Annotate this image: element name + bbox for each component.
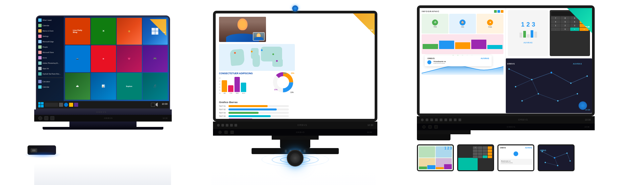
sidebar-label-8: Acme — [43, 57, 47, 59]
tile-pink: 💗 — [117, 45, 142, 72]
sidebar-icon-4 — [38, 35, 42, 38]
t2-btn-op3[interactable] — [488, 152, 492, 155]
chin-icon-86-6 — [444, 119, 447, 121]
taskbar-explorer[interactable] — [69, 103, 73, 107]
chin-icon-86-9 — [459, 119, 461, 121]
tile-live-daily: Live DailyBlog — [65, 18, 90, 45]
svg-line-29 — [545, 162, 558, 165]
chin-icon-86-4 — [435, 119, 438, 121]
t2-btn-op1[interactable] — [488, 146, 492, 149]
tablet-2-calc: 7 — [473, 146, 492, 158]
t2-btn-9[interactable] — [483, 146, 487, 149]
info-cell-icon-3: ★ — [487, 19, 493, 26]
map-dot-2 — [251, 51, 253, 52]
taskbar-view[interactable] — [59, 103, 63, 107]
tablet-bars — [419, 163, 452, 169]
chin-time-75: 10:30 — [367, 124, 373, 126]
calc-btn-8[interactable]: 8 — [560, 16, 570, 20]
nav-home[interactable] — [44, 116, 48, 120]
nav-back-75[interactable] — [218, 131, 222, 134]
t2-btn-op4[interactable] — [488, 155, 492, 158]
info-cell-wide — [422, 34, 503, 54]
sidebar-label-13: Calendar — [43, 86, 49, 88]
badge-75: 75" — [353, 13, 375, 35]
nav-back[interactable] — [38, 116, 42, 120]
android-bar-75: ORBVS 10:30 — [213, 129, 377, 136]
svg-line-25 — [542, 151, 555, 158]
nav-buttons-75 — [218, 131, 234, 134]
bar-fill-1 — [228, 105, 268, 107]
sidebar-icon-7 — [38, 51, 42, 54]
laptop-base-plate — [69, 122, 137, 127]
t2-btn-2[interactable] — [478, 152, 483, 155]
svg-line-26 — [555, 153, 567, 158]
android-bar: ORBVS 10:30 — [34, 115, 172, 122]
taskbar-search[interactable] — [45, 103, 58, 107]
t2-btn-7[interactable]: 7 — [473, 146, 478, 149]
t2-btn-op2[interactable] — [488, 149, 492, 152]
info-cell-label-2: Info — [461, 26, 464, 28]
start-button[interactable] — [38, 102, 44, 107]
t2-btn-eq[interactable] — [483, 155, 487, 158]
svg-point-15 — [508, 68, 510, 70]
calc-btn-2[interactable]: 2 — [560, 24, 570, 27]
display-75-chin: ORBVS 10:30 — [213, 122, 377, 129]
t2-btn-6[interactable] — [483, 149, 487, 152]
t2-btn-8[interactable] — [478, 146, 483, 149]
tile-photos: 📷 — [65, 45, 90, 72]
svg-point-34 — [557, 165, 558, 166]
tab-bar-4 — [444, 164, 452, 169]
nav-home-75[interactable] — [224, 131, 228, 134]
calc-btn-4[interactable]: 4 — [551, 20, 560, 24]
calc-btn-1[interactable]: 1 — [551, 24, 560, 27]
chin-icon-3 — [226, 124, 228, 127]
chin-icon-1 — [217, 124, 220, 127]
calc-btn-7[interactable]: 7 — [551, 16, 560, 20]
nav-home-86[interactable] — [428, 125, 432, 129]
chin-icon-86-2 — [426, 119, 428, 121]
nav-recent-75[interactable] — [230, 131, 234, 134]
t2-btn-4[interactable] — [473, 149, 478, 152]
stats-bar-4 — [531, 30, 533, 38]
chart-title-75: Grafico Barras — [219, 101, 289, 104]
calc-btn-5[interactable]: 5 — [560, 20, 570, 24]
sidebar-item-8: Acme — [38, 55, 63, 60]
bar-fill-4 — [228, 115, 271, 117]
header-icons — [494, 10, 503, 13]
infographic-grid: ♻ 75% 🏠 Info ★ Data — [422, 14, 503, 54]
t2-btn-dot[interactable] — [473, 155, 478, 158]
svg-line-12 — [558, 94, 577, 101]
calc-btn-eq[interactable]: = — [570, 28, 579, 31]
info-cell-2: 🏠 Info — [449, 14, 476, 34]
taskbar-edge[interactable] — [64, 103, 68, 107]
nav-back-86[interactable] — [422, 125, 426, 129]
calc-btn-3[interactable]: 3 — [570, 24, 579, 27]
taskbar-store[interactable] — [74, 103, 78, 107]
calc-btn-0[interactable]: 0 — [560, 28, 570, 31]
bar-row-5: TEXT 05 — [219, 119, 289, 119]
t2-btn-5[interactable] — [478, 149, 483, 152]
port-5 — [304, 150, 306, 152]
orbvs-label-86: ORBVS — [507, 126, 516, 128]
bar-label-feb: FEB — [230, 92, 232, 94]
tablet-3-auvras: AUVRAS — [525, 147, 532, 149]
t2-btn-0[interactable] — [478, 155, 483, 158]
tablet-1: 1 2 3 — [417, 144, 454, 171]
calc-btn-6[interactable]: 6 — [570, 20, 579, 24]
bar-track-1 — [228, 105, 289, 107]
svg-text:ORBVS: ORBVS — [96, 111, 107, 113]
nav-recent[interactable] — [50, 116, 54, 120]
win10-desktop: What I need Calendar Memo & Clock S — [37, 16, 169, 101]
t2-btn-3[interactable] — [483, 152, 487, 155]
chin-icon-5 — [234, 124, 237, 127]
nav-recent-86[interactable] — [434, 125, 438, 129]
laptop-screen-inner: What I need Calendar Memo & Clock S — [37, 16, 169, 108]
t2-btn-1[interactable] — [473, 152, 478, 155]
calc-btn-dot[interactable]: . — [551, 28, 560, 31]
bar-label-ago: AGO — [242, 92, 245, 94]
mini-bar-5 — [487, 45, 502, 49]
sidebar-icon-10 — [38, 67, 42, 70]
sidebar-item-12: Calculator — [38, 79, 63, 84]
bar-track-5 — [228, 119, 289, 119]
sidebar-label-7: Microsoft Store — [43, 51, 54, 53]
